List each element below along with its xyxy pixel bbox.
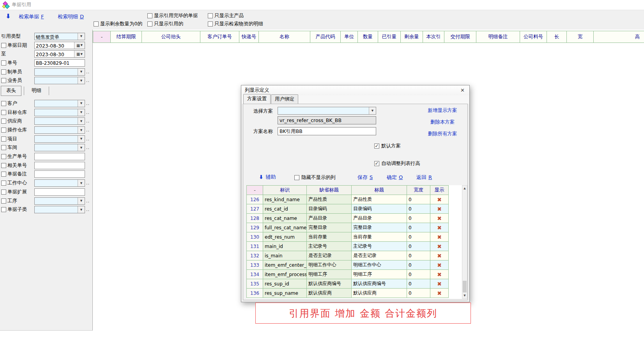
field-combo[interactable]: ▼ <box>34 197 85 205</box>
visibility-toggle-icon[interactable]: ✖ <box>430 270 449 279</box>
field-combo[interactable]: ▼ <box>34 179 85 187</box>
field-text-input[interactable]: BB-230829-01 <box>34 59 85 67</box>
scroll-down-icon[interactable]: ▼ <box>462 293 467 298</box>
search-details-button[interactable]: 检索明细D <box>58 13 84 20</box>
save-button[interactable]: 保存S <box>357 174 373 181</box>
field-checkbox[interactable] <box>1 145 6 150</box>
check-main-product-only[interactable]: 只显示主产品 <box>208 12 244 19</box>
title-cell[interactable]: 明细工作中心 <box>352 260 407 270</box>
grid-column-header[interactable]: 名称 <box>259 31 310 43</box>
title-cell[interactable]: 产品性质 <box>352 195 407 204</box>
field-checkbox[interactable] <box>1 163 6 168</box>
chevron-down-icon[interactable]: ▼ <box>78 100 85 107</box>
browse-button[interactable]: .. <box>86 69 90 74</box>
field-combo[interactable]: ▼ <box>34 77 85 84</box>
title-cell[interactable]: 完整目录 <box>352 223 407 232</box>
width-cell[interactable]: 0 <box>407 279 430 289</box>
browse-button[interactable]: .. <box>86 128 90 133</box>
back-button[interactable]: 返回R <box>416 174 432 181</box>
delete-all-schemes-link[interactable]: 删除所有方案 <box>428 131 457 137</box>
checkbox[interactable] <box>208 21 213 27</box>
field-checkbox[interactable] <box>1 207 6 212</box>
field-checkbox[interactable] <box>1 128 6 133</box>
field-checkbox[interactable] <box>1 43 6 48</box>
check-show-fully-referenced[interactable]: 显示引用完毕的单据 <box>147 12 198 19</box>
scheme-select[interactable]: ▼ <box>278 107 376 115</box>
field-checkbox[interactable] <box>1 69 6 74</box>
field-checkbox[interactable] <box>1 78 6 83</box>
grid-column-header[interactable]: 明细备注 <box>476 31 520 43</box>
title-cell[interactable]: 目录编码 <box>352 204 407 214</box>
visibility-toggle-icon[interactable]: ✖ <box>430 195 449 204</box>
checkbox[interactable] <box>374 143 379 149</box>
field-checkbox[interactable] <box>1 119 6 124</box>
browse-button[interactable]: .. <box>86 119 90 124</box>
check-show-referenced-only[interactable]: 只显示引用的 <box>147 21 183 27</box>
dialog-tab[interactable]: 用户绑定 <box>271 94 298 104</box>
width-cell[interactable]: 0 <box>407 289 430 298</box>
title-cell[interactable]: 主记录号 <box>352 242 407 251</box>
scrollbar-thumb[interactable] <box>463 281 467 292</box>
check-show-zero-remaining[interactable]: 显示剩余数量为0的 <box>94 21 142 27</box>
visibility-toggle-icon[interactable]: ✖ <box>430 279 449 289</box>
field-combo[interactable]: ▼ <box>34 135 85 143</box>
grid-column-header[interactable]: 单位 <box>341 31 358 43</box>
scheme-name-input[interactable]: BK引用BB <box>278 127 376 135</box>
field-combo[interactable]: ▼ <box>34 100 85 107</box>
grid-column-header[interactable]: 宽 <box>567 31 594 43</box>
width-cell[interactable]: 0 <box>407 214 430 223</box>
field-combo[interactable]: ▼ <box>34 144 85 151</box>
field-combo[interactable]: ▼ <box>34 206 85 213</box>
title-cell[interactable]: 默认供应商编号 <box>352 279 407 289</box>
width-cell[interactable]: 0 <box>407 232 430 242</box>
grid-column-header[interactable]: 快递号 <box>239 31 259 43</box>
visibility-toggle-icon[interactable]: ✖ <box>430 204 449 214</box>
chevron-down-icon[interactable]: ▼ <box>78 109 85 116</box>
chevron-down-icon[interactable]: ▼ <box>78 136 85 142</box>
browse-button[interactable]: .. <box>86 181 90 186</box>
check-searched-material-only[interactable]: 只显示检索物资的明细 <box>208 21 263 27</box>
aux-button[interactable]: ⬇ 辅助 <box>259 174 276 181</box>
delete-scheme-link[interactable]: 删除本方案 <box>430 119 455 126</box>
checkbox[interactable] <box>94 21 99 27</box>
field-text-input[interactable] <box>34 153 85 160</box>
field-checkbox[interactable] <box>1 172 6 177</box>
chevron-down-icon[interactable]: ▼ <box>78 118 85 124</box>
field-text-input[interactable] <box>34 188 85 196</box>
search-documents-button[interactable]: 检索单据F <box>19 13 44 20</box>
hide-hidden-columns-checkbox[interactable]: 隐藏不显示的列 <box>294 174 336 181</box>
grid-column-header[interactable]: - <box>93 31 111 43</box>
field-checkbox[interactable] <box>1 136 6 142</box>
dialog-tab[interactable]: 方案设置 <box>243 94 271 104</box>
field-text-input[interactable] <box>34 170 85 178</box>
width-cell[interactable]: 0 <box>407 242 430 251</box>
width-cell[interactable]: 0 <box>407 251 430 260</box>
grid-column-header[interactable]: 产品代码 <box>310 31 341 43</box>
width-cell[interactable]: 0 <box>407 260 430 270</box>
title-cell[interactable]: 默认供应商 <box>352 289 407 298</box>
checkbox[interactable] <box>374 161 379 166</box>
field-text-input[interactable] <box>34 162 85 169</box>
auto-row-height-checkbox[interactable]: 自动调整列表行高 <box>374 160 420 167</box>
add-scheme-link[interactable]: 新增显示方案 <box>428 107 457 114</box>
field-checkbox[interactable] <box>1 101 6 106</box>
title-cell[interactable]: 产品目录 <box>352 214 407 223</box>
field-combo[interactable]: ▼ <box>34 109 85 116</box>
browse-button[interactable]: .. <box>86 110 90 115</box>
grid-column-header[interactable]: 高 <box>594 31 644 43</box>
chevron-down-icon[interactable]: ▼ <box>78 69 85 75</box>
checkbox[interactable] <box>147 21 152 27</box>
field-checkbox[interactable] <box>1 154 6 159</box>
field-combo[interactable]: 销售发货单▼ <box>34 33 85 40</box>
width-cell[interactable]: 0 <box>407 204 430 214</box>
table-scrollbar[interactable]: ▲ ▼ <box>462 185 467 299</box>
retrieve-arrow-icon[interactable]: ⬇ <box>5 12 11 20</box>
browse-button[interactable]: .. <box>86 145 90 150</box>
panel-tab-header[interactable]: 表头 <box>1 86 21 96</box>
grid-column-header[interactable]: 公司料号 <box>520 31 547 43</box>
visibility-toggle-icon[interactable]: ✖ <box>430 251 449 260</box>
grid-column-header[interactable]: 客户订单号 <box>200 31 239 43</box>
browse-button[interactable]: .. <box>86 136 90 142</box>
close-icon[interactable]: ✕ <box>459 87 466 93</box>
scroll-up-icon[interactable]: ▲ <box>462 186 467 191</box>
